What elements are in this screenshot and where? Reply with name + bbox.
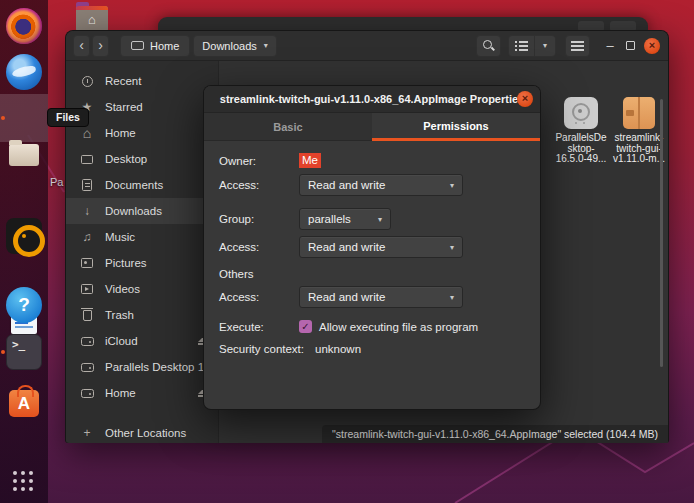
- show-applications-icon[interactable]: [13, 471, 35, 493]
- breadcrumb-home-button[interactable]: Home: [120, 35, 190, 57]
- forward-button[interactable]: ›: [92, 35, 109, 57]
- back-button[interactable]: ‹: [73, 35, 90, 57]
- trash-icon: [80, 310, 94, 321]
- files-icon[interactable]: [6, 136, 42, 172]
- minimize-button[interactable]: –: [603, 41, 617, 51]
- file-icon-streamlink-appimage[interactable]: [623, 97, 655, 129]
- document-icon: [80, 179, 94, 191]
- firefox-icon[interactable]: [6, 8, 42, 44]
- sidebar-item-downloads[interactable]: ↓ Downloads: [66, 198, 218, 224]
- software-bag-shape: A: [9, 390, 39, 417]
- home-glyph-icon: ⌂: [76, 11, 108, 29]
- chevron-down-icon: ▾: [450, 293, 454, 302]
- sidebar-item-pictures[interactable]: Pictures: [66, 250, 218, 276]
- scrollbar[interactable]: [660, 99, 663, 367]
- security-context-label: Security context:: [219, 343, 315, 355]
- sidebar-item-music[interactable]: ♫ Music: [66, 224, 218, 250]
- view-options-button[interactable]: ▾: [535, 35, 556, 57]
- desktop-icon-partial-label: Pa: [50, 176, 63, 188]
- plus-icon: +: [80, 426, 94, 440]
- desktop-home-folder-icon[interactable]: ⌂: [76, 6, 108, 32]
- maximize-button[interactable]: [626, 41, 635, 50]
- sidebar-item-icloud[interactable]: iCloud: [66, 328, 218, 354]
- execute-label: Execute:: [219, 321, 299, 333]
- properties-dialog: streamlink-twitch-gui-v1.11.0-x86_64.App…: [203, 85, 541, 410]
- dock-tooltip: Files: [47, 108, 89, 127]
- drive-icon: [80, 389, 94, 398]
- group-access-dropdown[interactable]: Read and write ▾: [299, 236, 463, 258]
- music-note-icon: ♫: [80, 230, 94, 244]
- security-context-value: unknown: [315, 343, 361, 355]
- owner-access-label: Access:: [219, 179, 299, 191]
- tab-basic[interactable]: Basic: [204, 113, 372, 141]
- view-toggle-group: ▾: [508, 35, 556, 57]
- dock-active-highlight: [0, 94, 48, 142]
- sidebar-item-documents[interactable]: Documents: [66, 172, 218, 198]
- home-icon: ⌂: [80, 125, 94, 141]
- window-close-button[interactable]: ×: [644, 38, 660, 54]
- owner-label: Owner:: [219, 155, 299, 167]
- help-icon[interactable]: ?: [6, 287, 42, 323]
- chevron-down-icon: ▾: [450, 181, 454, 190]
- thunderbird-icon[interactable]: [6, 54, 42, 90]
- breadcrumb-downloads-button[interactable]: Downloads ▾: [193, 35, 276, 57]
- chevron-down-icon: ▾: [264, 41, 268, 50]
- search-icon: [482, 39, 495, 52]
- dialog-title: streamlink-twitch-gui-v1.11.0-x86_64.App…: [220, 93, 524, 105]
- status-text: "streamlink-twitch-gui-v1.11.0-x86_64.Ap…: [332, 428, 658, 440]
- sidebar-item-parallels-desktop[interactable]: Parallels Desktop 16: [66, 354, 218, 380]
- chevron-down-icon: ▾: [450, 243, 454, 252]
- files-running-indicator: [1, 116, 5, 120]
- owner-access-dropdown[interactable]: Read and write ▾: [299, 174, 463, 196]
- sidebar-item-videos[interactable]: Videos: [66, 276, 218, 302]
- hamburger-menu-button[interactable]: [565, 35, 590, 57]
- file-label-parallels[interactable]: ParallelsDe sktop- 16.5.0-49...: [548, 133, 614, 165]
- drive-icon: [80, 337, 94, 346]
- tab-permissions[interactable]: Permissions: [372, 113, 540, 141]
- others-access-label: Access:: [219, 291, 299, 303]
- dialog-close-button[interactable]: ×: [517, 91, 533, 107]
- sidebar-item-recent[interactable]: Recent: [66, 68, 218, 94]
- group-dropdown[interactable]: parallels ▾: [299, 208, 391, 230]
- dialog-titlebar: streamlink-twitch-gui-v1.11.0-x86_64.App…: [204, 86, 540, 113]
- sidebar-item-desktop[interactable]: Desktop: [66, 146, 218, 172]
- execute-checkbox[interactable]: ✓: [299, 320, 312, 333]
- others-section-label: Others: [219, 268, 254, 280]
- window-controls: – ×: [603, 38, 660, 54]
- sidebar-item-trash[interactable]: Trash: [66, 302, 218, 328]
- ubuntu-software-icon[interactable]: A: [6, 384, 42, 420]
- file-icon-parallels-dmg[interactable]: [564, 97, 598, 129]
- computer-icon: [131, 41, 144, 50]
- folder-shape: [9, 144, 39, 166]
- sidebar: Recent ★ Starred ⌂ Home Desktop Document…: [66, 61, 219, 443]
- sidebar-item-other-locations[interactable]: + Other Locations: [66, 420, 218, 446]
- list-view-icon: [515, 41, 528, 51]
- breadcrumb-home-label: Home: [150, 40, 179, 52]
- clock-icon: [80, 76, 94, 87]
- headerbar: ‹ › Home Downloads ▾ ▾ – ×: [66, 31, 668, 61]
- dock: A ? >_: [0, 0, 48, 503]
- list-view-button[interactable]: [508, 35, 535, 57]
- chevron-down-icon: ▾: [543, 41, 547, 50]
- search-button[interactable]: [476, 35, 501, 57]
- execute-checkbox-label: Allow executing file as program: [319, 321, 478, 333]
- group-access-label: Access:: [219, 241, 299, 253]
- picture-icon: [80, 258, 94, 268]
- permissions-panel: Owner: Me Access: Read and write ▾ Group…: [204, 141, 540, 355]
- rhythmbox-icon[interactable]: [6, 218, 42, 254]
- owner-value: Me: [299, 153, 321, 168]
- video-icon: [80, 284, 94, 294]
- dialog-tabs: Basic Permissions: [204, 113, 540, 141]
- desktop-icon: [80, 155, 94, 164]
- group-label: Group:: [219, 213, 299, 225]
- sidebar-item-home-drive[interactable]: Home: [66, 380, 218, 406]
- others-access-dropdown[interactable]: Read and write ▾: [299, 286, 463, 308]
- terminal-running-indicator: [1, 350, 5, 354]
- chevron-down-icon: ▾: [378, 215, 382, 224]
- terminal-icon[interactable]: >_: [6, 334, 42, 370]
- download-icon: ↓: [80, 204, 94, 218]
- drive-icon: [80, 363, 94, 372]
- desktop-wallpaper: ⌂ Pa A ? >_ Files ‹ › Home Down: [0, 0, 694, 503]
- hamburger-menu-icon: [571, 41, 584, 51]
- status-bar: "streamlink-twitch-gui-v1.11.0-x86_64.Ap…: [322, 425, 668, 443]
